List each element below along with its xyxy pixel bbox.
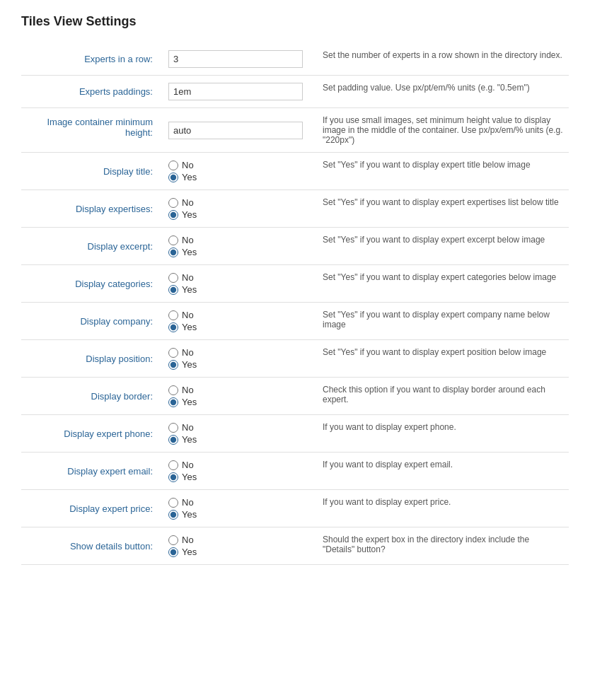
image_container_minimum_height-input[interactable] [168,122,303,139]
table-row: Image container minimumheight:If you use… [21,108,569,153]
display_expert_phone-yes-option[interactable]: Yes [168,434,306,445]
display_categories-yes-radio[interactable] [168,285,178,295]
display_title-yes-label: Yes [182,172,197,182]
field-input-display_categories[interactable]: NoYes [163,265,311,303]
show_details_button-no-option[interactable]: No [168,535,306,545]
display_expert_phone-no-radio[interactable] [168,423,178,433]
display_border-yes-option[interactable]: Yes [168,397,306,407]
field-desc-display_categories: Set "Yes" if you want to display expert … [311,265,569,303]
display_expertises-no-option[interactable]: No [168,197,306,208]
display_expert_email-yes-radio[interactable] [168,472,178,482]
display_expert_phone-yes-radio[interactable] [168,435,178,445]
field-input-show_details_button[interactable]: NoYes [163,527,311,565]
display_categories-yes-label: Yes [182,284,197,295]
display_position-yes-radio[interactable] [168,360,178,370]
field-input-display_expert_email[interactable]: NoYes [163,453,311,490]
display_expertises-radio-group: NoYes [168,197,306,220]
show_details_button-yes-radio[interactable] [168,547,178,557]
display_company-yes-option[interactable]: Yes [168,322,306,332]
display_position-no-label: No [182,347,194,358]
display_expert_email-no-radio[interactable] [168,460,178,470]
field-desc-display_expert_email: If you want to display expert email. [311,453,569,490]
table-row: Display border:NoYesCheck this option if… [21,378,569,415]
field-input-experts_paddings[interactable] [163,76,311,108]
field-label-display_title: Display title: [21,153,163,190]
display_expert_email-yes-option[interactable]: Yes [168,472,306,482]
field-desc-display_expert_price: If you want to display expert price. [311,490,569,527]
display_expert_phone-no-label: No [182,422,194,433]
display_company-no-option[interactable]: No [168,310,306,320]
display_expert_price-no-option[interactable]: No [168,497,306,508]
display_excerpt-no-radio[interactable] [168,235,178,245]
display_categories-radio-group: NoYes [168,272,306,295]
field-input-display_border[interactable]: NoYes [163,378,311,415]
table-row: Display position:NoYesSet "Yes" if you w… [21,340,569,378]
display_position-yes-option[interactable]: Yes [168,359,306,370]
field-input-image_container_minimum_height[interactable] [163,108,311,153]
field-desc-display_expertises: Set "Yes" if you want to display expert … [311,190,569,228]
field-label-display_company: Display company: [21,303,163,340]
field-input-display_expert_price[interactable]: NoYes [163,490,311,527]
display_excerpt-yes-radio[interactable] [168,247,178,257]
field-input-display_excerpt[interactable]: NoYes [163,228,311,265]
field-label-display_border: Display border: [21,378,163,415]
display_company-yes-radio[interactable] [168,322,178,332]
display_expert_email-no-option[interactable]: No [168,460,306,470]
field-input-display_company[interactable]: NoYes [163,303,311,340]
field-desc-image_container_minimum_height: If you use small images, set minimum hei… [311,108,569,153]
display_expert_price-no-radio[interactable] [168,498,178,508]
field-label-experts_paddings: Experts paddings: [21,76,163,108]
display_title-yes-radio[interactable] [168,173,178,182]
table-row: Display expert email:NoYesIf you want to… [21,453,569,490]
display_expert_email-yes-label: Yes [182,472,197,482]
field-desc-display_expert_phone: If you want to display expert phone. [311,415,569,453]
display_excerpt-radio-group: NoYes [168,235,306,257]
display_expertises-yes-option[interactable]: Yes [168,209,306,220]
field-input-display_position[interactable]: NoYes [163,340,311,378]
display_expert_price-no-label: No [182,497,194,508]
display_expert_phone-radio-group: NoYes [168,422,306,445]
show_details_button-yes-option[interactable]: Yes [168,547,306,557]
display_border-no-option[interactable]: No [168,385,306,395]
field-input-experts_in_a_row[interactable] [163,43,311,76]
display_categories-no-radio[interactable] [168,273,178,283]
field-input-display_expertises[interactable]: NoYes [163,190,311,228]
display_categories-no-option[interactable]: No [168,272,306,283]
display_title-yes-option[interactable]: Yes [168,172,306,182]
display_excerpt-yes-label: Yes [182,247,197,257]
display_border-no-radio[interactable] [168,385,178,395]
display_categories-yes-option[interactable]: Yes [168,284,306,295]
field-desc-display_border: Check this option if you want to display… [311,378,569,415]
field-desc-experts_paddings: Set padding value. Use px/pt/em/% units … [311,76,569,108]
display_position-no-radio[interactable] [168,348,178,358]
display_expertises-yes-radio[interactable] [168,210,178,220]
field-desc-experts_in_a_row: Set the number of experts in a row shown… [311,43,569,76]
display_company-no-radio[interactable] [168,310,178,320]
field-input-display_expert_phone[interactable]: NoYes [163,415,311,453]
display_title-no-radio[interactable] [168,161,178,170]
display_company-radio-group: NoYes [168,310,306,332]
page-title: Tiles View Settings [21,14,569,29]
display_expertises-no-label: No [182,197,194,208]
show_details_button-no-radio[interactable] [168,535,178,545]
table-row: Display expert price:NoYesIf you want to… [21,490,569,527]
experts_paddings-input[interactable] [168,83,303,100]
display_border-radio-group: NoYes [168,385,306,407]
field-desc-display_excerpt: Set "Yes" if you want to display expert … [311,228,569,265]
display_expertises-no-radio[interactable] [168,198,178,208]
display_expert_price-yes-radio[interactable] [168,510,178,520]
display_excerpt-no-option[interactable]: No [168,235,306,245]
table-row: Show details button:NoYesShould the expe… [21,527,569,565]
field-input-display_title[interactable]: NoYes [163,153,311,190]
field-label-display_position: Display position: [21,340,163,378]
field-desc-show_details_button: Should the expert box in the directory i… [311,527,569,565]
display_expert_phone-no-option[interactable]: No [168,422,306,433]
display_border-yes-radio[interactable] [168,397,178,407]
display_expertises-yes-label: Yes [182,209,197,220]
display_title-radio-group: NoYes [168,160,306,182]
display_title-no-option[interactable]: No [168,160,306,170]
experts_in_a_row-input[interactable] [168,50,303,68]
display_position-no-option[interactable]: No [168,347,306,358]
display_expert_price-yes-option[interactable]: Yes [168,509,306,520]
display_excerpt-yes-option[interactable]: Yes [168,247,306,257]
